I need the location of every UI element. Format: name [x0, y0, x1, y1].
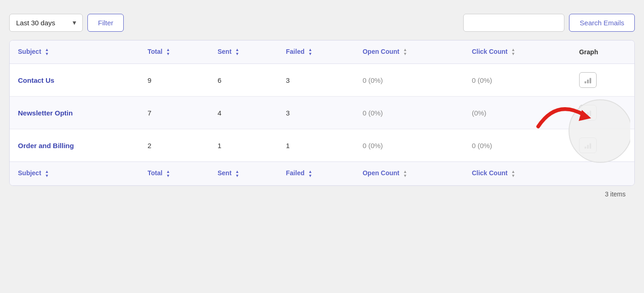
sort-arrows-subject: ▲▼	[45, 48, 49, 56]
svg-rect-6	[585, 147, 586, 149]
sort-arrows-subject-footer: ▲▼	[45, 170, 49, 178]
cell-failed-2: 3	[278, 97, 355, 129]
bar-chart-icon	[584, 141, 592, 149]
sort-arrows-failed-footer: ▲▼	[308, 170, 312, 178]
sort-arrows-click: ▲▼	[511, 48, 515, 56]
table-row: Newsletter Optin 7 4 3 0 (0%) (0%)	[10, 97, 634, 129]
col-header-click-count[interactable]: Click Count ▲▼	[464, 40, 571, 64]
graph-button-1[interactable]	[579, 72, 597, 88]
svg-rect-0	[585, 81, 586, 84]
items-count: 3 items	[605, 190, 626, 198]
table-footer-row: Subject ▲▼ Total ▲▼ Sent ▲▼ Failed ▲▼ Op…	[10, 162, 634, 185]
date-range-select[interactable]: Last 30 days Last 7 days Last 90 days La…	[9, 14, 83, 32]
cell-open-2: 0 (0%)	[354, 97, 463, 129]
col-header-subject[interactable]: Subject ▲▼	[10, 40, 139, 64]
filter-button[interactable]: Filter	[87, 14, 124, 32]
col-header-total[interactable]: Total ▲▼	[139, 40, 209, 64]
emails-table: Subject ▲▼ Total ▲▼ Sent ▲▼ Failed ▲▼ Op…	[10, 40, 634, 185]
svg-rect-8	[590, 144, 592, 149]
cell-failed-3: 1	[278, 129, 355, 162]
cell-click-2: (0%)	[464, 97, 571, 129]
cell-sent-3: 1	[209, 129, 278, 162]
search-emails-button[interactable]: Search Emails	[569, 14, 635, 32]
bar-chart-icon	[584, 76, 592, 84]
cell-subject-3: Order and Billing	[10, 129, 139, 162]
sort-arrows-open: ▲▼	[403, 48, 407, 56]
sort-arrows-click-footer: ▲▼	[511, 170, 515, 178]
sort-arrows-total: ▲▼	[166, 48, 170, 56]
cell-click-1: 0 (0%)	[464, 64, 571, 97]
svg-rect-1	[587, 80, 589, 83]
footer-col-click[interactable]: Click Count ▲▼	[464, 162, 571, 185]
footer-col-failed[interactable]: Failed ▲▼	[278, 162, 355, 185]
cell-graph-3	[571, 129, 634, 162]
date-select-wrapper: Last 30 days Last 7 days Last 90 days La…	[9, 14, 83, 32]
cell-sent-1: 6	[209, 64, 278, 97]
sort-arrows-sent-footer: ▲▼	[235, 170, 239, 178]
emails-table-container: Subject ▲▼ Total ▲▼ Sent ▲▼ Failed ▲▼ Op…	[9, 40, 635, 186]
footer-col-subject[interactable]: Subject ▲▼	[10, 162, 139, 185]
col-header-failed[interactable]: Failed ▲▼	[278, 40, 355, 64]
cell-open-3: 0 (0%)	[354, 129, 463, 162]
cell-total-1: 9	[139, 64, 209, 97]
graph-button-3[interactable]	[579, 138, 597, 153]
footer-col-graph	[571, 162, 634, 185]
footer-col-total[interactable]: Total ▲▼	[139, 162, 209, 185]
col-header-open-count[interactable]: Open Count ▲▼	[354, 40, 463, 64]
col-header-sent[interactable]: Sent ▲▼	[209, 40, 278, 64]
cell-graph-1	[571, 64, 634, 97]
svg-rect-7	[587, 145, 589, 149]
footer-col-sent[interactable]: Sent ▲▼	[209, 162, 278, 185]
col-header-graph: Graph	[571, 40, 634, 64]
cell-total-2: 7	[139, 97, 209, 129]
graph-button-2[interactable]	[579, 105, 597, 121]
table-footer: 3 items	[9, 186, 635, 201]
sort-arrows-sent: ▲▼	[235, 48, 239, 56]
svg-rect-3	[585, 114, 586, 116]
search-input[interactable]	[463, 14, 564, 32]
cell-sent-2: 4	[209, 97, 278, 129]
table-header-row: Subject ▲▼ Total ▲▼ Sent ▲▼ Failed ▲▼ Op…	[10, 40, 634, 64]
sort-arrows-open-footer: ▲▼	[403, 170, 407, 178]
cell-click-3: 0 (0%)	[464, 129, 571, 162]
cell-open-1: 0 (0%)	[354, 64, 463, 97]
cell-total-3: 2	[139, 129, 209, 162]
sort-arrows-failed: ▲▼	[308, 48, 312, 56]
cell-graph-2	[571, 97, 634, 129]
cell-subject-1: Contact Us	[10, 64, 139, 97]
table-row: Order and Billing 2 1 1 0 (0%) 0 (0%)	[10, 129, 634, 162]
toolbar: Last 30 days Last 7 days Last 90 days La…	[9, 14, 635, 32]
svg-rect-5	[590, 111, 592, 116]
sort-arrows-total-footer: ▲▼	[166, 170, 170, 178]
svg-rect-2	[590, 78, 592, 84]
table-row: Contact Us 9 6 3 0 (0%) 0 (0%)	[10, 64, 634, 97]
svg-rect-4	[587, 112, 589, 116]
bar-chart-icon	[584, 109, 592, 117]
footer-col-open[interactable]: Open Count ▲▼	[354, 162, 463, 185]
cell-failed-1: 3	[278, 64, 355, 97]
cell-subject-2: Newsletter Optin	[10, 97, 139, 129]
